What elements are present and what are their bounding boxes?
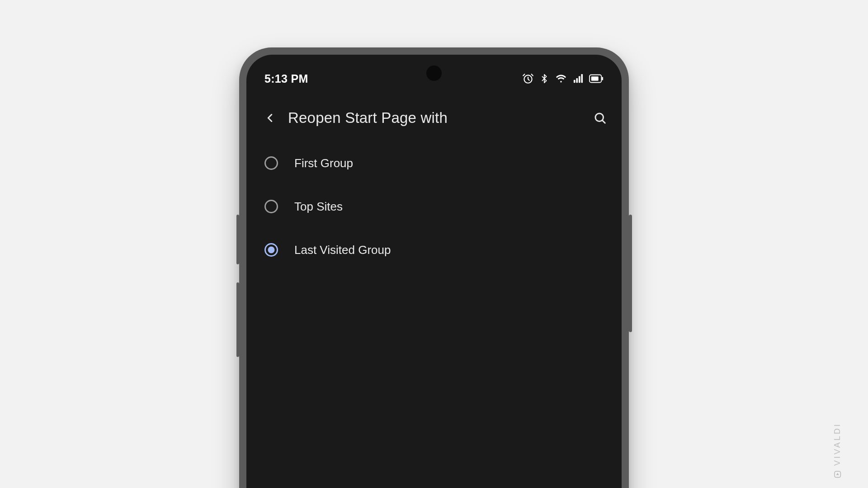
side-button [236, 215, 239, 264]
phone-mockup: 5:13 PM [239, 47, 629, 488]
status-time: 5:13 PM [264, 72, 308, 85]
side-button [236, 282, 239, 357]
option-label: Top Sites [294, 200, 343, 214]
radio-icon [264, 156, 278, 170]
option-label: First Group [294, 156, 353, 170]
search-button[interactable] [591, 109, 609, 127]
svg-rect-1 [574, 80, 576, 83]
watermark: VIVALDI [833, 422, 842, 479]
signal-icon [573, 74, 584, 84]
page-title: Reopen Start Page with [288, 109, 582, 127]
watermark-text: VIVALDI [833, 422, 842, 466]
chevron-left-icon [263, 111, 277, 125]
side-button [629, 215, 632, 332]
radio-icon [264, 200, 278, 213]
wifi-icon [555, 73, 567, 84]
options-list: First Group Top Sites Last Visited Group [246, 139, 622, 272]
alarm-icon [522, 73, 534, 84]
bluetooth-icon [539, 73, 549, 84]
option-top-sites[interactable]: Top Sites [264, 185, 617, 228]
radio-icon [264, 243, 278, 257]
svg-rect-7 [602, 77, 603, 80]
option-first-group[interactable]: First Group [264, 141, 617, 185]
svg-rect-6 [591, 76, 599, 80]
back-button[interactable] [261, 109, 279, 127]
phone-screen: 5:13 PM [246, 55, 622, 488]
svg-rect-2 [576, 78, 578, 83]
battery-icon [589, 74, 604, 83]
svg-line-9 [602, 120, 605, 123]
svg-rect-3 [579, 76, 580, 83]
svg-rect-4 [581, 74, 583, 83]
app-bar: Reopen Start Page with [246, 92, 622, 139]
status-icons [522, 73, 604, 84]
camera-cutout [426, 66, 442, 81]
search-icon [593, 111, 607, 125]
option-label: Last Visited Group [294, 243, 391, 257]
vivaldi-logo-icon [834, 470, 842, 479]
svg-marker-11 [836, 473, 839, 475]
option-last-visited-group[interactable]: Last Visited Group [264, 228, 617, 272]
